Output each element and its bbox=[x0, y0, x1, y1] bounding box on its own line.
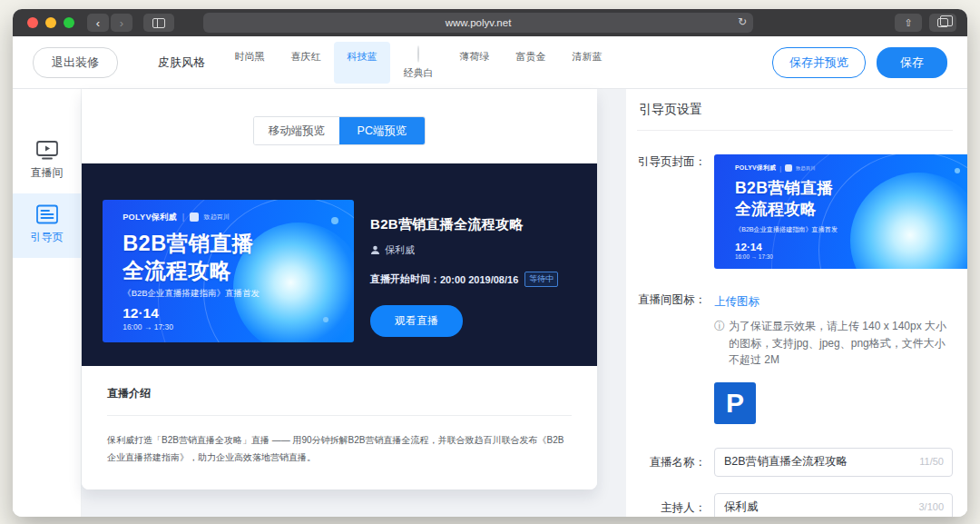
settings-header: 引导页设置 bbox=[637, 89, 953, 131]
sidebar-item-label: 引导页 bbox=[13, 230, 81, 245]
exit-decoration-button[interactable]: 退出装修 bbox=[33, 47, 118, 78]
room-icon-row: 直播间图标： 上传图标 ⓘ 为了保证显示效果，请上传 140 x 140px 大… bbox=[637, 292, 953, 424]
skin-option-blue-selected[interactable]: 科技蓝 bbox=[334, 42, 390, 84]
browser-titlebar: ‹ › www.polyv.net ↻ ⇧ bbox=[13, 9, 967, 36]
host-row: 主持人： 3/100 bbox=[637, 493, 953, 517]
cover-row: 引导页封面： POLYV保利威 | 致趋百川 bbox=[637, 154, 953, 269]
live-name-input[interactable] bbox=[714, 448, 953, 477]
polyv-p-logo: P bbox=[726, 388, 744, 419]
save-button[interactable]: 保存 bbox=[877, 47, 947, 78]
url-text: www.polyv.net bbox=[446, 17, 512, 28]
titlebar-right-buttons: ⇧ bbox=[895, 14, 956, 32]
skin-style-label: 皮肤风格 bbox=[158, 54, 205, 71]
stream-host-name: 保利威 bbox=[385, 243, 415, 257]
watch-live-button[interactable]: 观看直播 bbox=[370, 305, 463, 337]
intro-divider bbox=[107, 415, 572, 416]
skin-option-red[interactable]: 喜庆红 bbox=[278, 42, 334, 84]
skin-option-label: 薄荷绿 bbox=[446, 50, 503, 64]
banner-title-line2: 全流程攻略 bbox=[122, 257, 253, 284]
tab-overview-button[interactable] bbox=[929, 14, 956, 32]
stream-title: B2B营销直播全流程攻略 bbox=[370, 216, 581, 233]
stream-time-label: 直播开始时间： bbox=[370, 272, 440, 286]
stream-info: B2B营销直播全流程攻略 保利威 直播开始时间： 20:00 2019 bbox=[370, 216, 581, 337]
skin-option-gold[interactable]: 富贵金 bbox=[503, 42, 559, 84]
live-name-counter: 11/50 bbox=[919, 456, 944, 467]
skin-option-label: 喜庆红 bbox=[278, 50, 334, 64]
banner-date-value: 12·14 bbox=[735, 240, 773, 253]
stream-time-row: 直播开始时间： 20:00 2019/08/16 等待中 bbox=[370, 272, 581, 287]
tab-mobile-preview[interactable]: 移动端预览 bbox=[254, 117, 339, 144]
live-intro-section: 直播介绍 保利威打造「B2B营销直播全攻略」直播 —— 用90分钟拆解B2B营销… bbox=[82, 366, 597, 489]
banner-title-line1: B2B营销直播 bbox=[122, 230, 253, 257]
decoration-toolbar: 退出装修 皮肤风格 时尚黑 喜庆红 科技蓝 经典白 bbox=[13, 36, 967, 89]
forward-button[interactable]: › bbox=[111, 14, 132, 32]
banner-title-line1: B2B营销直播 bbox=[735, 178, 833, 199]
sidebar-item-guide-page[interactable]: 引导页 bbox=[13, 193, 81, 258]
logo-divider: | bbox=[182, 213, 185, 222]
skin-option-green[interactable]: 薄荷绿 bbox=[446, 42, 503, 84]
upload-hint: ⓘ 为了保证显示效果，请上传 140 x 140px 大小的图标，支持jpg、j… bbox=[714, 318, 953, 369]
status-badge: 等待中 bbox=[524, 272, 558, 287]
logo-divider: | bbox=[779, 165, 781, 172]
refresh-icon[interactable]: ↻ bbox=[738, 15, 747, 28]
partner-logo-icon bbox=[785, 164, 792, 172]
upload-hint-text: 为了保证显示效果，请上传 140 x 140px 大小的图标，支持jpg、jpe… bbox=[729, 318, 953, 369]
live-cover-banner: POLYV保利威 | 致趋百川 B2B营销直播 全流程攻略 《B2B企业直播搭建… bbox=[103, 200, 354, 342]
live-name-label: 直播名称： bbox=[637, 448, 706, 477]
back-button[interactable]: ‹ bbox=[87, 14, 109, 32]
banner-title: B2B营销直播 全流程攻略 bbox=[122, 230, 253, 284]
host-label: 主持人： bbox=[637, 493, 706, 517]
person-icon bbox=[370, 245, 380, 255]
host-counter: 3/100 bbox=[918, 501, 944, 512]
live-name-row: 直播名称： 11/50 bbox=[637, 448, 953, 477]
banner-time-range: 16:00 → 17:30 bbox=[122, 322, 173, 332]
skin-option-label: 时尚黑 bbox=[221, 50, 278, 64]
skin-option-black[interactable]: 时尚黑 bbox=[221, 42, 278, 84]
skin-option-white[interactable]: 经典白 bbox=[390, 42, 446, 84]
sidebar-icon bbox=[152, 18, 165, 28]
cover-thumbnail[interactable]: POLYV保利威 | 致趋百川 B2B营销直播 全流程攻略 《B2B企业直播搭建… bbox=[714, 154, 967, 269]
skin-option-label: 科技蓝 bbox=[334, 50, 390, 64]
address-bar[interactable]: www.polyv.net ↻ bbox=[203, 13, 753, 33]
tabs-icon bbox=[937, 18, 948, 27]
preview-mode-tabs: 移动端预览 PC端预览 bbox=[253, 116, 426, 145]
save-and-preview-button[interactable]: 保存并预览 bbox=[772, 47, 866, 78]
banner-subtitle: 《B2B企业直播搭建指南》直播首发 bbox=[122, 288, 260, 300]
preview-column: 移动端预览 PC端预览 POLYV保利威 bbox=[82, 89, 597, 517]
banner-title-line2: 全流程攻略 bbox=[735, 199, 833, 220]
host-input[interactable] bbox=[714, 493, 953, 517]
live-page-preview: POLYV保利威 | 致趋百川 B2B营销直播 全流程攻略 《B2B企业直播搭建… bbox=[82, 163, 597, 366]
skin-option-label: 清新蓝 bbox=[559, 50, 615, 64]
tab-pc-preview[interactable]: PC端预览 bbox=[339, 117, 425, 144]
room-icon-preview: P bbox=[714, 382, 756, 424]
partner-logo-text: 致趋百川 bbox=[796, 165, 815, 172]
polyv-logo: POLYV保利威 bbox=[735, 163, 776, 173]
upload-icon-link[interactable]: 上传图标 bbox=[714, 295, 760, 308]
banner-title: B2B营销直播 全流程攻略 bbox=[735, 178, 833, 219]
stream-host-row: 保利威 bbox=[370, 243, 581, 257]
nav-buttons: ‹ › bbox=[87, 14, 132, 32]
traffic-lights bbox=[27, 17, 74, 28]
info-icon: ⓘ bbox=[714, 318, 725, 369]
skin-option-label: 富贵金 bbox=[503, 50, 559, 64]
minimize-window-button[interactable] bbox=[45, 17, 56, 28]
skin-option-lightblue[interactable]: 清新蓝 bbox=[559, 42, 615, 84]
sidebar-toggle-button[interactable] bbox=[143, 14, 174, 32]
app-content: 退出装修 皮肤风格 时尚黑 喜庆红 科技蓝 经典白 bbox=[13, 36, 967, 517]
banner-date-value: 12·14 bbox=[122, 304, 173, 322]
partner-logo-icon bbox=[190, 213, 199, 222]
partner-logo-text: 致趋百川 bbox=[204, 213, 230, 222]
polyv-logo: POLYV保利威 bbox=[122, 212, 177, 223]
guide-page-icon bbox=[35, 204, 59, 224]
close-window-button[interactable] bbox=[27, 17, 38, 28]
intro-heading: 直播介绍 bbox=[107, 386, 572, 401]
share-button[interactable]: ⇧ bbox=[895, 14, 922, 32]
main-area: 直播间 引导页 移动端预览 PC端预览 bbox=[13, 89, 967, 517]
banner-dot-decoration bbox=[955, 168, 960, 173]
sidebar-item-live-room[interactable]: 直播间 bbox=[13, 129, 81, 193]
banner-brand-logos: POLYV保利威 | 致趋百川 bbox=[122, 212, 230, 223]
intro-description: 保利威打造「B2B营销直播全攻略」直播 —— 用90分钟拆解B2B营销直播全流程… bbox=[107, 431, 565, 466]
banner-time-range: 16:00 → 17:30 bbox=[735, 253, 773, 261]
skin-option-label: 经典白 bbox=[390, 66, 446, 80]
zoom-window-button[interactable] bbox=[64, 17, 74, 28]
